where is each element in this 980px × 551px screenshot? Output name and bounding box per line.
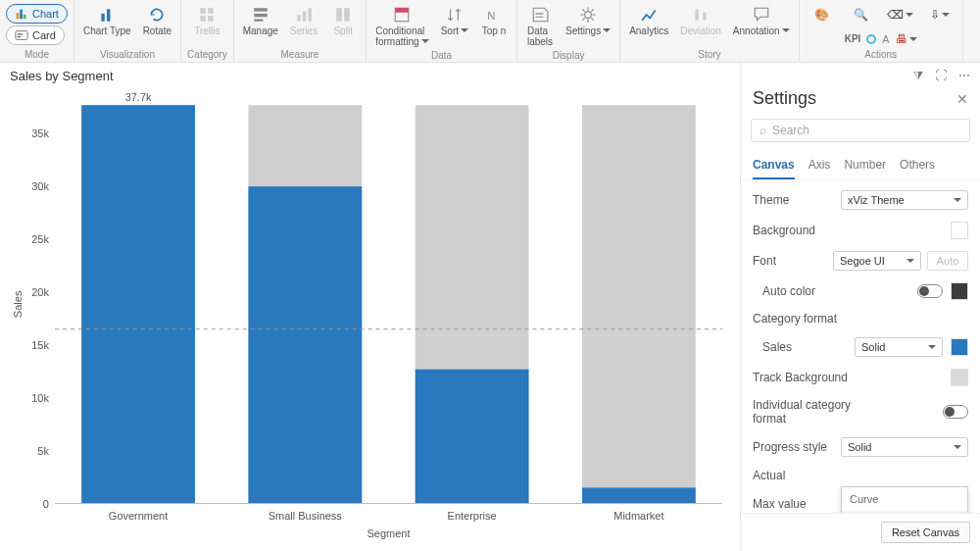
- rotate-icon: [148, 6, 166, 24]
- theme-select[interactable]: xViz Theme: [841, 190, 968, 210]
- ribbon-chart-type[interactable]: Chart Type: [80, 4, 134, 38]
- tab-others[interactable]: Others: [900, 152, 935, 179]
- svg-rect-21: [396, 8, 410, 13]
- svg-rect-15: [297, 15, 300, 22]
- more-icon[interactable]: ⋯: [958, 69, 970, 82]
- chart-area[interactable]: 05k10k15k20k25k30k35kSalesGovernment37.7…: [8, 87, 732, 543]
- svg-text:Government: Government: [109, 510, 168, 522]
- actions-search[interactable]: 🔍: [845, 4, 878, 25]
- svg-rect-4: [18, 33, 23, 34]
- deviation-icon: [692, 6, 710, 24]
- ribbon-cond-format[interactable]: Conditionalformatting: [372, 4, 431, 49]
- card-icon: [15, 28, 28, 42]
- ribbon-sort[interactable]: Sort: [438, 4, 471, 49]
- progress-option-solid[interactable]: Solid✓: [842, 511, 967, 513]
- ribbon-data-labels[interactable]: Datalabels: [523, 4, 557, 49]
- svg-rect-16: [303, 12, 306, 22]
- data-labels-icon: [531, 6, 549, 24]
- background-swatch[interactable]: [951, 222, 968, 239]
- svg-text:37.7k: 37.7k: [125, 91, 152, 103]
- svg-rect-45: [582, 105, 696, 503]
- auto-color-label: Auto color: [753, 284, 815, 298]
- svg-rect-3: [16, 31, 27, 40]
- svg-rect-8: [201, 8, 207, 14]
- auto-color-swatch[interactable]: [951, 282, 968, 300]
- indiv-cat-toggle[interactable]: [943, 405, 968, 419]
- ribbon-annotation[interactable]: Annotation: [730, 4, 793, 38]
- svg-rect-24: [695, 9, 698, 20]
- svg-rect-12: [254, 8, 268, 11]
- auto-color-toggle[interactable]: [917, 284, 943, 298]
- settings-panel: ⧩ ⛶ ⋯ Settings ✕ ⌕ Search Canvas Axis Nu…: [740, 63, 980, 551]
- svg-rect-18: [336, 8, 342, 22]
- progress-option-curve[interactable]: Curve: [842, 487, 967, 511]
- bar-chart-icon: [15, 7, 28, 21]
- svg-rect-19: [344, 8, 350, 22]
- ribbon-label-display: Display: [553, 50, 585, 61]
- svg-rect-43: [416, 370, 529, 504]
- alpha-label[interactable]: A: [882, 33, 889, 45]
- svg-text:Segment: Segment: [367, 527, 410, 539]
- tab-canvas[interactable]: Canvas: [753, 152, 795, 179]
- svg-text:10k: 10k: [31, 392, 49, 404]
- svg-rect-10: [201, 16, 207, 22]
- filter-icon[interactable]: ⧩: [913, 69, 923, 82]
- actions-erase[interactable]: ⌫: [884, 4, 917, 25]
- reset-canvas-button[interactable]: Reset Canvas: [881, 522, 970, 543]
- svg-rect-36: [81, 105, 195, 503]
- analytics-icon: [640, 6, 658, 24]
- svg-text:Small Business: Small Business: [269, 510, 343, 522]
- settings-icon: [579, 6, 597, 24]
- tab-axis[interactable]: Axis: [808, 152, 831, 179]
- actions-palette[interactable]: 🎨: [806, 4, 839, 25]
- svg-text:5k: 5k: [37, 445, 49, 457]
- kpi-label[interactable]: KPI: [845, 33, 861, 44]
- ribbon-group-actions: 🎨 🔍 ⌫ ⇩ KPI A 🖶 Actions: [800, 0, 963, 62]
- tab-number[interactable]: Number: [844, 152, 886, 179]
- svg-text:35k: 35k: [31, 127, 49, 139]
- ribbon-topn[interactable]: NTop n: [477, 4, 511, 49]
- svg-text:Enterprise: Enterprise: [448, 510, 497, 522]
- svg-rect-17: [309, 8, 312, 22]
- record-icon[interactable]: [866, 34, 876, 44]
- progress-style-select[interactable]: Solid: [841, 437, 968, 457]
- ribbon-group-data: ConditionalformattingSortNTop n Data: [367, 0, 517, 62]
- ribbon-group-measure: ManageSeriesSplit Measure: [234, 0, 368, 62]
- focus-icon[interactable]: ⛶: [935, 69, 947, 82]
- ribbon-deviation: Deviation: [677, 4, 724, 38]
- svg-text:30k: 30k: [31, 180, 49, 192]
- svg-text:25k: 25k: [31, 233, 49, 245]
- category-sales-label: Sales: [753, 340, 792, 354]
- font-size-input[interactable]: Auto: [927, 251, 968, 271]
- font-select[interactable]: Segoe UI: [833, 251, 921, 271]
- actual-label: Actual: [753, 469, 785, 482]
- svg-rect-14: [254, 20, 263, 22]
- ribbon-group-visualization: Chart TypeRotate Visualization: [74, 0, 181, 62]
- manage-icon: [252, 6, 270, 24]
- close-icon[interactable]: ✕: [956, 91, 968, 107]
- settings-title: Settings: [753, 88, 816, 109]
- ribbon-analytics[interactable]: Analytics: [626, 4, 671, 38]
- svg-rect-7: [107, 9, 110, 21]
- svg-text:20k: 20k: [31, 286, 49, 298]
- svg-text:Sales: Sales: [12, 290, 24, 318]
- theme-label: Theme: [753, 193, 789, 207]
- print-icon[interactable]: 🖶: [896, 32, 917, 46]
- svg-rect-25: [703, 13, 706, 21]
- ribbon-rotate[interactable]: Rotate: [140, 4, 174, 38]
- svg-rect-11: [209, 16, 215, 22]
- svg-rect-0: [17, 13, 20, 19]
- svg-rect-40: [248, 186, 362, 503]
- mode-card-pill[interactable]: Card: [6, 25, 65, 45]
- svg-rect-6: [102, 14, 105, 22]
- ribbon-settings[interactable]: Settings: [563, 4, 613, 49]
- topn-icon: N: [485, 6, 503, 24]
- mode-chart-pill[interactable]: Chart: [6, 4, 68, 24]
- ribbon-label-data: Data: [431, 50, 452, 61]
- category-color-swatch[interactable]: [951, 338, 968, 356]
- ribbon-manage[interactable]: Manage: [240, 4, 281, 38]
- track-bg-swatch[interactable]: [951, 369, 968, 386]
- category-style-select[interactable]: Solid: [855, 337, 943, 357]
- actions-export[interactable]: ⇩: [923, 4, 956, 25]
- settings-search[interactable]: ⌕ Search: [751, 119, 970, 142]
